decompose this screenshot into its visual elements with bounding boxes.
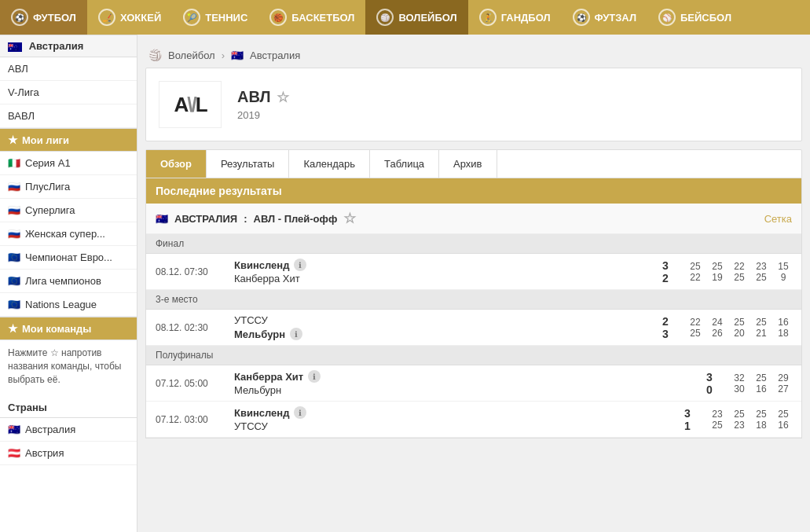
set-8-2: 23 <box>731 420 748 431</box>
tabs-bar: Обзор Результаты Календарь Таблица Архив <box>145 149 802 178</box>
tournament-country: АВСТРАЛИЯ <box>174 213 237 225</box>
tab-results[interactable]: Результаты <box>207 150 289 178</box>
sidebar-item-superliga[interactable]: 🇷🇺 Суперлига <box>0 199 137 222</box>
team-row-6: Мельбурн <box>234 384 691 396</box>
table-row: 07.12. 03:00 Квинсленд ℹ УТССУ 3 1 <box>146 402 801 438</box>
team-name-utccu-semi[interactable]: УТССУ <box>234 420 268 432</box>
nav-hockey-label: ХОККЕЙ <box>120 12 161 24</box>
score-main-7: 3 <box>676 407 699 420</box>
set-1-1: 25 <box>687 261 704 272</box>
nav-baseball[interactable]: ⚾ БЕЙСБОЛ <box>647 0 742 35</box>
tab-overview[interactable]: Обзор <box>146 150 207 178</box>
team-row-5: Канберра Хит ℹ <box>234 370 691 383</box>
round-header-final: Финал <box>146 234 801 254</box>
nav-futsal[interactable]: ⚽ ФУТЗАЛ <box>562 0 647 35</box>
flag-australia-sidebar: 🇦🇺 <box>8 42 22 52</box>
scores-column: 3 2 <box>654 259 677 284</box>
flag-au-tournament: 🇦🇺 <box>156 213 168 225</box>
league-year: 2019 <box>237 109 289 121</box>
sidebar-item-seria-a1[interactable]: 🇮🇹 Серия А1 <box>0 152 137 175</box>
nav-basketball[interactable]: 🏀 БАСКЕТБОЛ <box>258 0 365 35</box>
team-row-3: УТССУ <box>234 314 647 326</box>
football-icon: ⚽ <box>11 9 28 26</box>
team-name-queensland[interactable]: Квинсленд <box>234 259 289 271</box>
sidebar-item-vavl[interactable]: ВАВЛ <box>0 105 137 128</box>
league-info: АВЛ ☆ 2019 <box>237 88 289 121</box>
sidebar-item-chempionat-evro[interactable]: 🇪🇺 Чемпионат Евро... <box>0 246 137 270</box>
tournament-favorite-button[interactable]: ☆ <box>343 210 356 227</box>
flag-ru-2: 🇷🇺 <box>8 204 20 216</box>
nav-hockey[interactable]: 🏒 ХОККЕЙ <box>87 0 172 35</box>
league-favorite-button[interactable]: ☆ <box>277 89 289 106</box>
sidebar-item-plus-liga[interactable]: 🇷🇺 ПлусЛига <box>0 175 137 199</box>
league-card: A\/L АВЛ ☆ 2019 <box>145 68 802 141</box>
nav-volleyball[interactable]: 🏐 ВОЛЕЙБОЛ <box>365 0 467 35</box>
table-row: 08.12. 07:30 Квинсленд ℹ Канберра Хит 3 … <box>146 254 801 290</box>
set-4-4: 21 <box>753 328 770 339</box>
sidebar-teams-note: Нажмите ☆ напротив названия команды, что… <box>0 340 137 392</box>
star-icon-my-teams: ★ <box>8 322 18 335</box>
sidebar-country-header: 🇦🇺 Австралия <box>0 35 137 57</box>
team-name-utccu[interactable]: УТССУ <box>234 314 268 326</box>
tournament-grid-link[interactable]: Сетка <box>764 213 792 225</box>
set-3-1: 22 <box>687 317 704 328</box>
sets-column-2: 22 24 25 25 16 25 26 20 21 18 <box>684 317 792 339</box>
team-row-4: Мельбурн ℹ <box>234 328 647 340</box>
league-logo: A\/L <box>159 81 222 128</box>
tournament-name: 🇦🇺 АВСТРАЛИЯ: АВЛ - Плей-офф ☆ <box>156 210 356 227</box>
set-7-2: 25 <box>731 409 748 420</box>
basketball-icon: 🏀 <box>269 9 287 26</box>
match-time-3: 07.12. 05:00 <box>156 378 234 389</box>
match-info-icon-3[interactable]: ℹ <box>308 370 321 383</box>
main-content: 🏐 Волейбол › 🇦🇺 Австралия A\/L АВЛ ☆ 201… <box>137 35 810 532</box>
section-header-recent-results: Последние результаты <box>146 178 801 204</box>
tab-calendar[interactable]: Календарь <box>289 150 370 178</box>
match-info-icon-4[interactable]: ℹ <box>294 406 306 419</box>
sidebar-item-liga-chempionov[interactable]: 🇪🇺 Лига чемпионов <box>0 270 137 293</box>
scores-detail-4: 25 26 20 21 18 <box>687 328 792 339</box>
team-row-2: Канберра Хит <box>234 273 647 284</box>
nav-football[interactable]: ⚽ ФУТБОЛ <box>0 0 87 35</box>
nav-baseball-label: БЕЙСБОЛ <box>680 12 731 24</box>
match-time-4: 07.12. 03:00 <box>156 414 234 425</box>
flag-eu-1: 🇪🇺 <box>8 251 20 263</box>
baseball-icon: ⚾ <box>658 9 676 26</box>
tab-table[interactable]: Таблица <box>370 150 439 178</box>
tournament-title: АВЛ - Плей-офф <box>254 213 338 225</box>
sidebar-item-avl[interactable]: АВЛ <box>0 57 137 81</box>
breadcrumb-country[interactable]: Австралия <box>250 50 300 61</box>
score-main-1: 3 <box>654 259 677 272</box>
set-6-3: 27 <box>775 383 792 394</box>
match-time-2: 08.12. 02:30 <box>156 322 234 333</box>
team-name-melbourne-semi[interactable]: Мельбурн <box>234 384 281 396</box>
match-info-icon-1[interactable]: ℹ <box>294 259 306 271</box>
scores-detail-2: 22 19 25 25 9 <box>687 272 792 283</box>
match-info-icon-2[interactable]: ℹ <box>290 328 302 340</box>
scores-detail-7: 23 25 25 25 <box>709 409 792 420</box>
team-name-canberra-semi[interactable]: Канберра Хит <box>234 371 303 383</box>
breadcrumb-sport[interactable]: Волейбол <box>168 50 215 61</box>
team-name-melbourne[interactable]: Мельбурн <box>234 328 285 340</box>
team-name-canberra[interactable]: Канберра Хит <box>234 273 300 284</box>
score-main-6: 0 <box>698 383 721 396</box>
sidebar-item-austria[interactable]: 🇦🇹 Австрия <box>0 442 137 465</box>
flag-ru-1: 🇷🇺 <box>8 181 20 193</box>
tab-archive[interactable]: Архив <box>439 150 497 178</box>
set-3-3: 25 <box>731 317 748 328</box>
set-7-4: 25 <box>775 409 792 420</box>
sidebar-item-womens-super[interactable]: 🇷🇺 Женская супер... <box>0 222 137 246</box>
score-main-5: 3 <box>698 371 721 383</box>
set-5-1: 32 <box>731 372 748 383</box>
scores-detail-6: 30 16 27 <box>731 383 792 394</box>
set-4-2: 26 <box>709 328 726 339</box>
nav-handball[interactable]: 🤾 ГАНДБОЛ <box>468 0 562 35</box>
flag-eu-3: 🇪🇺 <box>8 299 20 310</box>
flag-it: 🇮🇹 <box>8 157 20 169</box>
sidebar-item-v-liga[interactable]: V-Лига <box>0 81 137 105</box>
tournament-header: 🇦🇺 АВСТРАЛИЯ: АВЛ - Плей-офф ☆ Сетка <box>146 204 801 234</box>
sidebar-item-nations-league[interactable]: 🇪🇺 Nations League <box>0 293 137 317</box>
sidebar-item-australia[interactable]: 🇦🇺 Австралия <box>0 418 137 442</box>
team-name-queensland-semi[interactable]: Квинсленд <box>234 407 289 419</box>
team-row-1: Квинсленд ℹ <box>234 259 647 271</box>
nav-tennis[interactable]: 🎾 ТЕННИС <box>172 0 258 35</box>
